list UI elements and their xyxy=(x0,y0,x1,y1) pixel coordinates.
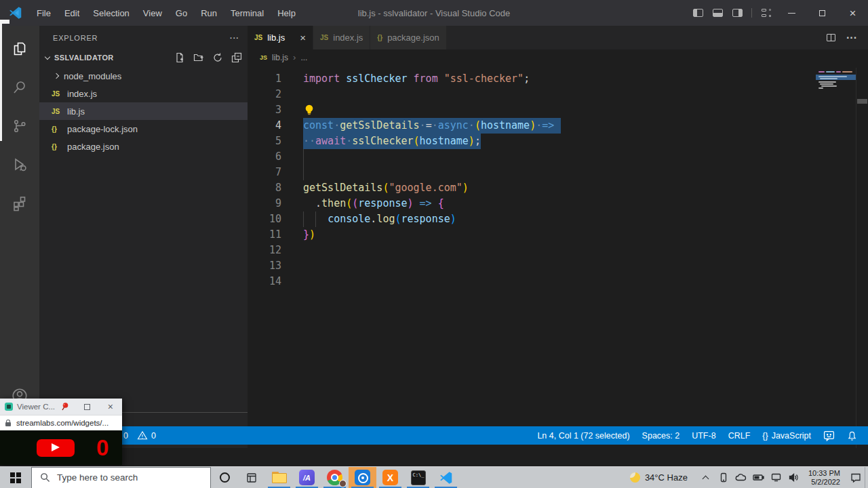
json-file-icon: {} xyxy=(52,143,63,150)
taskbar-search[interactable]: Type here to search xyxy=(31,467,211,488)
volume-tray-icon[interactable] xyxy=(785,467,803,488)
tab-lib.js[interactable]: JSlib.js× xyxy=(248,26,313,49)
tab-package.json[interactable]: {}package.json xyxy=(370,26,446,49)
file-item-package-lock.json[interactable]: {}package-lock.json xyxy=(39,120,248,138)
cursor-position[interactable]: Ln 4, Col 1 (72 selected) xyxy=(537,431,629,441)
weather-widget[interactable]: 34°C Haze xyxy=(630,472,688,483)
code-line-12[interactable]: 12 xyxy=(248,243,856,258)
cortana-button[interactable] xyxy=(211,467,238,488)
refresh-icon[interactable] xyxy=(212,52,223,63)
new-file-icon[interactable] xyxy=(174,52,185,63)
action-center-button[interactable] xyxy=(847,467,865,488)
widget-close-icon[interactable]: × xyxy=(108,402,113,411)
new-folder-icon[interactable] xyxy=(193,52,204,63)
indentation-status[interactable]: Spaces: 2 xyxy=(642,431,680,441)
editor-more-icon[interactable]: ··· xyxy=(846,32,857,44)
menu-help[interactable]: Help xyxy=(271,8,302,18)
taskbar-app-vscode[interactable] xyxy=(432,467,460,488)
encoding-status[interactable]: UTF-8 xyxy=(692,431,715,441)
file-item-index.js[interactable]: JSindex.js xyxy=(39,85,248,102)
split-editor-icon[interactable] xyxy=(827,34,835,41)
code-line-11[interactable]: 11}) xyxy=(248,227,856,243)
network-tray-icon[interactable] xyxy=(768,467,785,488)
taskbar-app-design[interactable]: /A xyxy=(293,467,321,488)
show-desktop-button[interactable] xyxy=(865,467,868,488)
breadcrumb-file[interactable]: lib.js xyxy=(272,53,288,62)
code-line-9[interactable]: 9 .then((response) => { xyxy=(248,196,856,211)
start-button[interactable] xyxy=(0,467,31,488)
line-number: 8 xyxy=(248,180,281,196)
toggle-secondary-sidebar-icon[interactable] xyxy=(732,9,743,17)
language-status[interactable]: {} JavaScript xyxy=(762,431,811,441)
file-item-package.json[interactable]: {}package.json xyxy=(39,138,248,155)
taskbar-app-chrome[interactable] xyxy=(321,467,349,488)
code-line-4[interactable]: 4const·getSslDetails·=·async·(hostname)·… xyxy=(248,118,856,134)
widget-url[interactable]: streamlabs.com/widgets/... xyxy=(16,419,108,427)
breadcrumb-more[interactable]: ... xyxy=(300,53,307,62)
menu-run[interactable]: Run xyxy=(194,8,224,18)
code-line-5[interactable]: 5··await·sslChecker(hostname); xyxy=(248,134,856,149)
taskbar-clock[interactable]: 10:33 PM 5/2/2022 xyxy=(808,469,840,487)
code-line-14[interactable]: 14 xyxy=(248,274,856,289)
status-bar: 0 0 Ln 4, Col 1 (72 selected) Spaces: 2 … xyxy=(0,426,868,445)
code-line-8[interactable]: 8getSslDetails("google.com") xyxy=(248,180,856,196)
code-line-3[interactable]: 3 xyxy=(248,102,856,118)
workspace-section-header[interactable]: SSLVALIDATOR xyxy=(39,49,248,66)
code-line-1[interactable]: 1import sslChecker from "ssl-checker"; xyxy=(248,71,856,87)
taskbar-app-xampp[interactable]: X xyxy=(376,467,404,488)
code-line-7[interactable]: 7 xyxy=(248,165,856,180)
onedrive-tray-icon[interactable] xyxy=(732,467,750,488)
file-item-node_modules[interactable]: node_modules xyxy=(39,67,248,85)
feedback-icon[interactable] xyxy=(823,430,835,441)
code-line-2[interactable]: 2 xyxy=(248,87,856,102)
minimize-button[interactable] xyxy=(776,0,807,26)
menu-view[interactable]: View xyxy=(136,8,169,18)
source-control-icon[interactable] xyxy=(0,110,39,142)
close-button[interactable]: × xyxy=(837,0,868,26)
code-line-13[interactable]: 13 xyxy=(248,258,856,274)
notifications-bell-icon[interactable] xyxy=(847,430,857,441)
battery-tray-icon[interactable] xyxy=(750,467,768,488)
task-view-button[interactable] xyxy=(238,467,265,488)
search-icon[interactable] xyxy=(0,71,39,104)
widget-restore-icon[interactable] xyxy=(84,404,90,410)
code-line-10[interactable]: 10 console.log(response) xyxy=(248,211,856,227)
widget-title: Viewer C... xyxy=(17,403,55,411)
breadcrumb[interactable]: JS lib.js › ... xyxy=(248,49,868,65)
background-window-edge xyxy=(0,24,2,141)
run-debug-icon[interactable] xyxy=(0,148,39,181)
scrollbar-decoration[interactable] xyxy=(857,99,867,104)
toggle-sidebar-icon[interactable] xyxy=(693,9,703,17)
tab-index.js[interactable]: JSindex.js xyxy=(313,26,370,49)
line-number: 4 xyxy=(248,118,281,134)
eol-status[interactable]: CRLF xyxy=(728,431,751,441)
toggle-panel-icon[interactable] xyxy=(713,9,723,17)
file-label: lib.js xyxy=(67,106,85,117)
widget-url-bar[interactable]: streamlabs.com/widgets/... xyxy=(0,415,122,430)
taskbar-app-file-explorer[interactable] xyxy=(265,467,293,488)
pin-icon[interactable] xyxy=(60,402,70,411)
line-content: }) xyxy=(303,227,315,243)
customize-layout-icon[interactable] xyxy=(762,9,771,17)
explorer-more-icon[interactable]: ··· xyxy=(230,34,239,42)
menu-go[interactable]: Go xyxy=(169,8,194,18)
code-editor[interactable]: 1import sslChecker from "ssl-checker";23… xyxy=(248,65,856,448)
taskbar-app-streamlabs[interactable] xyxy=(349,467,376,488)
tab-close-icon[interactable]: × xyxy=(300,33,306,43)
menu-selection[interactable]: Selection xyxy=(86,8,136,18)
minimap[interactable] xyxy=(817,69,855,91)
menu-terminal[interactable]: Terminal xyxy=(224,8,271,18)
collapse-folders-icon[interactable] xyxy=(231,52,242,63)
taskbar-app-terminal[interactable]: C:\_ xyxy=(404,467,432,488)
file-item-lib.js[interactable]: JSlib.js xyxy=(39,102,248,120)
menu-file[interactable]: File xyxy=(30,8,58,18)
widget-title-bar[interactable]: Viewer C... × xyxy=(0,399,122,415)
code-line-6[interactable]: 6 xyxy=(248,149,856,165)
restore-button[interactable] xyxy=(807,0,837,26)
vscode-icon xyxy=(439,470,454,485)
extensions-icon[interactable] xyxy=(0,187,39,220)
phone-link-tray-icon[interactable] xyxy=(715,467,732,488)
menu-edit[interactable]: Edit xyxy=(58,8,86,18)
explorer-icon[interactable] xyxy=(0,33,39,65)
tray-overflow-button[interactable] xyxy=(697,467,715,488)
